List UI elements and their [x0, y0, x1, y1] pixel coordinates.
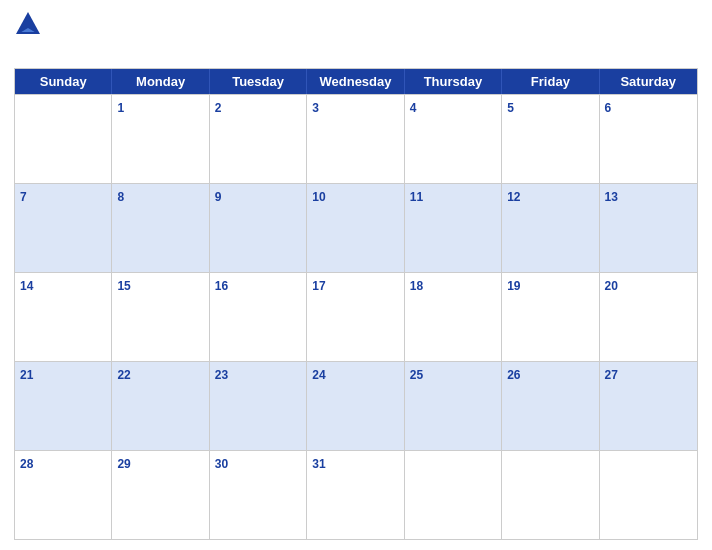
- calendar-cell: 31: [307, 451, 404, 539]
- day-number: 17: [312, 279, 325, 293]
- day-number: 18: [410, 279, 423, 293]
- calendar-cell: 29: [112, 451, 209, 539]
- calendar-cell: 24: [307, 362, 404, 450]
- calendar-cell: 8: [112, 184, 209, 272]
- calendar-cell: 5: [502, 95, 599, 183]
- day-number: 7: [20, 190, 27, 204]
- calendar-cell: 16: [210, 273, 307, 361]
- calendar-cell: [15, 95, 112, 183]
- day-number: 10: [312, 190, 325, 204]
- calendar-cell: 30: [210, 451, 307, 539]
- calendar-cell: 1: [112, 95, 209, 183]
- week-row-5: 28293031: [15, 450, 697, 539]
- day-number: 21: [20, 368, 33, 382]
- logo-icon: [14, 10, 42, 38]
- calendar-cell: 11: [405, 184, 502, 272]
- calendar-cell: 9: [210, 184, 307, 272]
- day-number: 22: [117, 368, 130, 382]
- day-number: 6: [605, 101, 612, 115]
- weekday-header-friday: Friday: [502, 69, 599, 94]
- day-number: 1: [117, 101, 124, 115]
- day-number: 11: [410, 190, 423, 204]
- calendar-cell: [405, 451, 502, 539]
- day-number: 9: [215, 190, 222, 204]
- calendar-cell: 4: [405, 95, 502, 183]
- calendar-grid: SundayMondayTuesdayWednesdayThursdayFrid…: [14, 68, 698, 540]
- day-number: 5: [507, 101, 514, 115]
- day-number: 31: [312, 457, 325, 471]
- day-number: 19: [507, 279, 520, 293]
- calendar-cell: 17: [307, 273, 404, 361]
- calendar-cell: 6: [600, 95, 697, 183]
- logo: [14, 10, 46, 38]
- calendar-cell: 13: [600, 184, 697, 272]
- day-number: 3: [312, 101, 319, 115]
- day-number: 15: [117, 279, 130, 293]
- calendar-cell: 20: [600, 273, 697, 361]
- day-number: 29: [117, 457, 130, 471]
- weekday-header-wednesday: Wednesday: [307, 69, 404, 94]
- week-row-3: 14151617181920: [15, 272, 697, 361]
- weekday-header-row: SundayMondayTuesdayWednesdayThursdayFrid…: [15, 69, 697, 94]
- calendar-cell: 12: [502, 184, 599, 272]
- weekday-header-saturday: Saturday: [600, 69, 697, 94]
- day-number: 28: [20, 457, 33, 471]
- week-row-2: 78910111213: [15, 183, 697, 272]
- calendar-cell: 10: [307, 184, 404, 272]
- calendar-cell: 26: [502, 362, 599, 450]
- week-row-4: 21222324252627: [15, 361, 697, 450]
- calendar-cell: [502, 451, 599, 539]
- day-number: 30: [215, 457, 228, 471]
- day-number: 2: [215, 101, 222, 115]
- week-row-1: 123456: [15, 94, 697, 183]
- weekday-header-tuesday: Tuesday: [210, 69, 307, 94]
- calendar-cell: 15: [112, 273, 209, 361]
- calendar-header: [14, 10, 698, 62]
- day-number: 25: [410, 368, 423, 382]
- weekday-header-sunday: Sunday: [15, 69, 112, 94]
- calendar-cell: 18: [405, 273, 502, 361]
- day-number: 27: [605, 368, 618, 382]
- calendar-cell: 14: [15, 273, 112, 361]
- calendar-cell: 22: [112, 362, 209, 450]
- day-number: 14: [20, 279, 33, 293]
- day-number: 16: [215, 279, 228, 293]
- calendar-page: SundayMondayTuesdayWednesdayThursdayFrid…: [0, 0, 712, 550]
- calendar-cell: 19: [502, 273, 599, 361]
- calendar-cell: 7: [15, 184, 112, 272]
- calendar-cell: 25: [405, 362, 502, 450]
- calendar-cell: [600, 451, 697, 539]
- calendar-cell: 28: [15, 451, 112, 539]
- weekday-header-monday: Monday: [112, 69, 209, 94]
- calendar-cell: 27: [600, 362, 697, 450]
- day-number: 4: [410, 101, 417, 115]
- day-number: 13: [605, 190, 618, 204]
- calendar-cell: 2: [210, 95, 307, 183]
- day-number: 23: [215, 368, 228, 382]
- day-number: 26: [507, 368, 520, 382]
- day-number: 12: [507, 190, 520, 204]
- calendar-cell: 23: [210, 362, 307, 450]
- calendar-body: 1234567891011121314151617181920212223242…: [15, 94, 697, 539]
- day-number: 8: [117, 190, 124, 204]
- calendar-cell: 21: [15, 362, 112, 450]
- weekday-header-thursday: Thursday: [405, 69, 502, 94]
- day-number: 20: [605, 279, 618, 293]
- day-number: 24: [312, 368, 325, 382]
- calendar-cell: 3: [307, 95, 404, 183]
